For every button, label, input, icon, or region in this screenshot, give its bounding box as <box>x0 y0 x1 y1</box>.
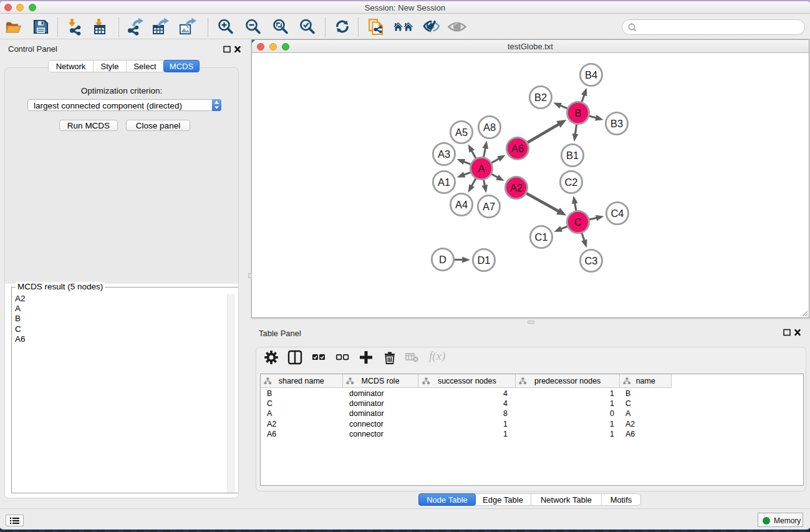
svg-text:D1: D1 <box>477 254 490 266</box>
svg-text:B1: B1 <box>566 150 579 161</box>
svg-text:A4: A4 <box>455 199 468 210</box>
svg-text:A6: A6 <box>511 143 524 154</box>
svg-text:B2: B2 <box>534 92 547 103</box>
svg-text:C3: C3 <box>584 255 597 266</box>
svg-text:C: C <box>574 216 582 228</box>
svg-text:C1: C1 <box>534 231 547 243</box>
svg-text:B4: B4 <box>585 69 597 80</box>
svg-text:B3: B3 <box>610 118 623 129</box>
svg-text:A3: A3 <box>438 148 450 160</box>
svg-text:C4: C4 <box>610 208 624 219</box>
svg-text:D: D <box>439 254 446 265</box>
svg-text:A1: A1 <box>438 177 450 188</box>
svg-text:B: B <box>574 107 581 118</box>
svg-text:A7: A7 <box>483 201 495 212</box>
svg-text:C2: C2 <box>564 177 577 188</box>
svg-text:A2: A2 <box>510 182 523 193</box>
svg-text:A5: A5 <box>455 127 468 138</box>
svg-text:A: A <box>478 163 485 174</box>
svg-text:A8: A8 <box>483 122 496 133</box>
